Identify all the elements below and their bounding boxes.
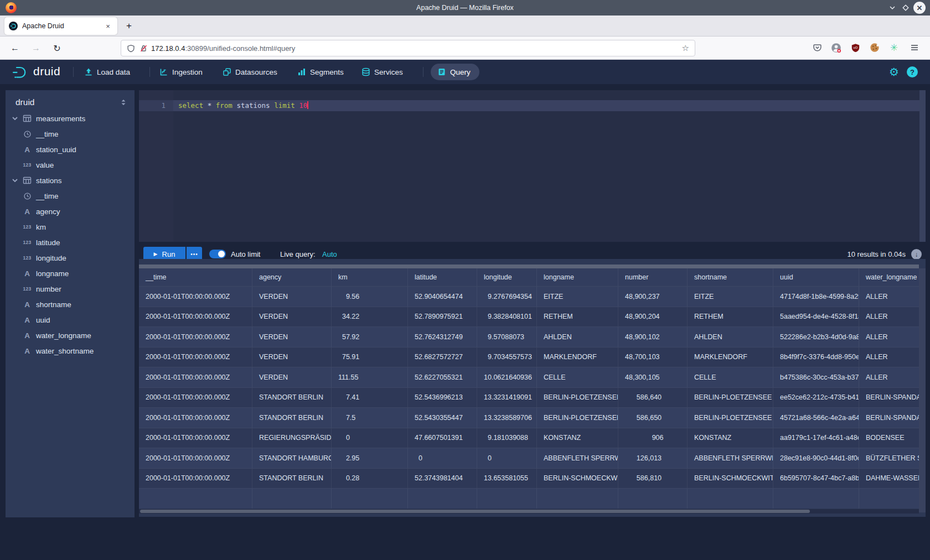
- column-header-longname[interactable]: longname: [537, 268, 618, 286]
- tree-column-shortname[interactable]: Ashortname: [6, 297, 135, 312]
- url-text[interactable]: 172.18.0.4:30899/unified-console.html#qu…: [151, 44, 295, 53]
- cell-number[interactable]: 586,650: [618, 408, 688, 428]
- cell-agency[interactable]: STANDORT BERLIN: [252, 388, 332, 408]
- cell-longname[interactable]: MARKLENDORF: [537, 348, 618, 367]
- schema-header[interactable]: druid: [6, 95, 135, 110]
- cell-km[interactable]: 75.91: [332, 348, 408, 367]
- editor-scrollbar[interactable]: [919, 90, 926, 242]
- nav-item-segments[interactable]: Segments: [297, 64, 344, 80]
- account-icon[interactable]: [829, 41, 843, 54]
- cell-shortname[interactable]: ABBENFLETH SPERRWERK: [688, 448, 773, 468]
- cell-number[interactable]: 48,900,204: [618, 307, 688, 327]
- cell-water_longname[interactable]: BODENSEE: [859, 428, 919, 448]
- tree-column-uuid[interactable]: Auuid: [6, 312, 135, 328]
- cell-shortname[interactable]: MARKLENDORF: [688, 348, 773, 367]
- cell-longitude[interactable]: 0: [477, 448, 537, 468]
- tree-column-latitude[interactable]: 123latitude: [6, 235, 135, 250]
- cell-water_longname[interactable]: ALLER: [859, 367, 919, 387]
- cell-water_longname[interactable]: BÜTZFLETHER SÜDERELBE: [859, 448, 919, 468]
- cell-longname[interactable]: EITZE: [537, 287, 618, 307]
- cookie-icon[interactable]: [868, 41, 881, 54]
- tree-column-station_uuid[interactable]: Astation_uuid: [6, 142, 135, 157]
- cell-shortname[interactable]: BERLIN-PLOETZENSEE UW: [688, 408, 773, 428]
- tree-table-stations[interactable]: stations: [6, 173, 135, 188]
- cell-uuid[interactable]: 45721a68-566c-4e2a-a64b: [773, 408, 859, 428]
- cell-uuid[interactable]: 47174d8f-1b8e-4599-8a2f: [773, 287, 859, 307]
- druid-logo-icon[interactable]: [12, 65, 28, 80]
- results-bottom-scrollbar[interactable]: [139, 509, 919, 514]
- download-icon[interactable]: ↓: [911, 249, 922, 260]
- cell-latitude[interactable]: 0: [408, 448, 477, 468]
- cell-__time[interactable]: 2000-01-01T00:00:00.000Z: [139, 408, 252, 428]
- cell-shortname[interactable]: EITZE: [688, 287, 773, 307]
- cell-water_longname[interactable]: DAHME-WASSERSTRASSE: [859, 469, 919, 489]
- cell-latitude[interactable]: 47.6607501391: [408, 428, 477, 448]
- column-header-water_longname[interactable]: water_longname: [859, 268, 919, 286]
- cell-water_longname[interactable]: ALLER: [859, 348, 919, 367]
- cell-water_longname[interactable]: ALLER: [859, 327, 919, 347]
- window-minimize-button[interactable]: [887, 2, 898, 13]
- cell-number[interactable]: 48,700,103: [618, 348, 688, 367]
- cell-longname[interactable]: AHLDEN: [537, 327, 618, 347]
- cell-shortname[interactable]: BERLIN-SCHMOECKWITZ: [688, 469, 773, 489]
- query-editor[interactable]: 1 select * from stations limit 10: [139, 90, 926, 242]
- cell-km[interactable]: 9.56: [332, 287, 408, 307]
- cell-agency[interactable]: VERDEN: [252, 307, 332, 327]
- help-icon[interactable]: ?: [907, 66, 918, 77]
- column-header-uuid[interactable]: uuid: [773, 268, 859, 286]
- url-bar[interactable]: 172.18.0.4:30899/unified-console.html#qu…: [121, 40, 695, 56]
- cell-latitude[interactable]: 52.3743981404: [408, 469, 477, 489]
- cell-latitude[interactable]: 52.5436996213: [408, 388, 477, 408]
- tree-column-number[interactable]: 123number: [6, 281, 135, 297]
- druid-brand-name[interactable]: druid: [33, 65, 60, 78]
- cell-__time[interactable]: 2000-01-01T00:00:00.000Z: [139, 388, 252, 408]
- cell-number[interactable]: 586,810: [618, 469, 688, 489]
- tree-column-__time[interactable]: __time: [6, 126, 135, 142]
- cell-__time[interactable]: 2000-01-01T00:00:00.000Z: [139, 367, 252, 387]
- nav-item-query-active[interactable]: Query: [431, 64, 479, 80]
- ublock-icon[interactable]: uO: [849, 41, 862, 54]
- pocket-icon[interactable]: [810, 41, 824, 54]
- cell-number[interactable]: 126,013: [618, 448, 688, 468]
- cell-agency[interactable]: VERDEN: [252, 367, 332, 387]
- cell-longname[interactable]: ABBENFLETH SPERRWERK: [537, 448, 618, 468]
- cell-uuid[interactable]: 5aaed954-de4e-4528-8f1a: [773, 307, 859, 327]
- gear-icon[interactable]: ⚙: [889, 65, 899, 79]
- insecure-lock-icon[interactable]: [140, 44, 148, 53]
- tree-table-measurements[interactable]: measurements: [6, 111, 135, 126]
- cell-uuid[interactable]: 8b4f9f7c-3376-4dd8-950e: [773, 348, 859, 367]
- tab-close-icon[interactable]: ×: [103, 22, 113, 30]
- cell-longitude[interactable]: 9.2767694354: [477, 287, 537, 307]
- column-header-__time[interactable]: __time: [139, 268, 252, 286]
- tree-column-agency[interactable]: Aagency: [6, 204, 135, 219]
- cell-uuid[interactable]: ee52ce62-212c-4735-b41c: [773, 388, 859, 408]
- chevron-down-icon[interactable]: [11, 177, 19, 184]
- cell-latitude[interactable]: 52.5430355447: [408, 408, 477, 428]
- cell-km[interactable]: 0: [332, 428, 408, 448]
- sql-query-text[interactable]: select * from stations limit 10: [178, 100, 308, 111]
- cell-water_longname[interactable]: BERLIN-SPANDAUER-SCHIFFFAHRTSKANAL: [859, 388, 919, 408]
- back-button[interactable]: ←: [8, 41, 22, 55]
- cell-shortname[interactable]: BERLIN-PLOETZENSEE OW: [688, 388, 773, 408]
- cell-__time[interactable]: 2000-01-01T00:00:00.000Z: [139, 448, 252, 468]
- tree-column-longname[interactable]: Alongname: [6, 266, 135, 281]
- shield-icon[interactable]: [127, 44, 135, 53]
- cell-uuid[interactable]: 6b595707-8c47-4bc7-a8b2: [773, 469, 859, 489]
- cell-uuid[interactable]: 522286e2-b2b3-4d0d-9a8e: [773, 327, 859, 347]
- cell-water_longname[interactable]: ALLER: [859, 287, 919, 307]
- cell-longitude[interactable]: 9.3828408101: [477, 307, 537, 327]
- cell-agency[interactable]: REGIERUNGSPRÄSIDIUM TÜBINGEN: [252, 428, 332, 448]
- menu-icon[interactable]: [908, 41, 921, 54]
- cell-longname[interactable]: BERLIN-PLOETZENSEE OW: [537, 388, 618, 408]
- scrollbar-thumb[interactable]: [140, 510, 810, 513]
- cell-number[interactable]: 906: [618, 428, 688, 448]
- window-close-button[interactable]: ✕: [913, 2, 926, 14]
- tree-column-water_shortname[interactable]: Awater_shortname: [6, 343, 135, 359]
- cell-km[interactable]: 34.22: [332, 307, 408, 327]
- cell-__time[interactable]: 2000-01-01T00:00:00.000Z: [139, 469, 252, 489]
- cell-number[interactable]: 48,900,102: [618, 327, 688, 347]
- cell-longname[interactable]: CELLE: [537, 367, 618, 387]
- cell-longitude[interactable]: 10.0621640936: [477, 367, 537, 387]
- cell-uuid[interactable]: b475386c-30cc-453a-b37d: [773, 367, 859, 387]
- cell-uuid[interactable]: aa9179c1-17ef-4c61-a48e: [773, 428, 859, 448]
